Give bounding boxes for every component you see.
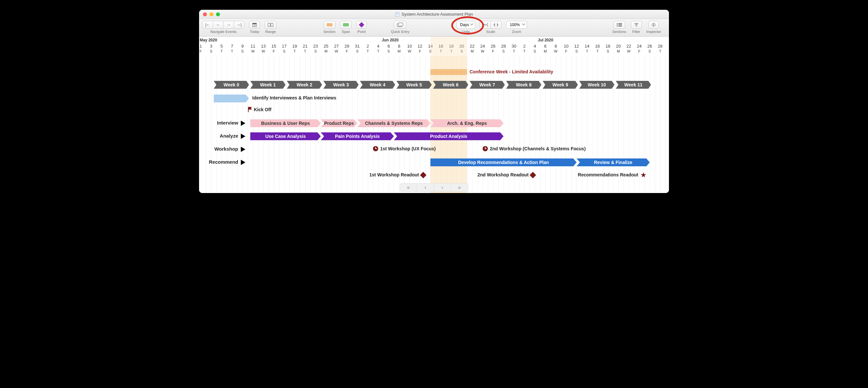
triangle-icon[interactable] (241, 160, 245, 165)
zoom-label: Zoom (512, 30, 521, 34)
range-label: Range (265, 30, 276, 34)
week-bar[interactable]: Week 2 (287, 81, 322, 89)
day-label: 7T (228, 44, 236, 53)
titlebar: System Architecture Assessment Plan (199, 10, 669, 19)
section-swatch-icon (327, 23, 333, 26)
milestone-label: 1st Workshop Readout (369, 172, 419, 177)
clock-icon[interactable] (373, 146, 378, 151)
triangle-icon[interactable] (241, 121, 245, 126)
scale-expand-icon (493, 23, 499, 27)
week-bar[interactable]: Week 3 (323, 81, 359, 89)
analyze-bar[interactable]: Product Analysis (394, 132, 503, 140)
nav-next-button[interactable]: → (223, 21, 234, 29)
scale-label: Scale (486, 30, 495, 34)
flag-icon[interactable] (248, 107, 252, 112)
pager-next-button[interactable]: › (434, 184, 451, 191)
quick-group: Quick Entry (391, 21, 409, 34)
month-label: May 2020 (200, 38, 217, 42)
day-label: 19T (291, 44, 298, 53)
minimize-icon[interactable] (210, 12, 213, 16)
day-label: 10F (563, 44, 570, 53)
day-label: 25M (322, 44, 330, 53)
week-bar[interactable]: Week 6 (433, 81, 468, 89)
row-label: Analyze (199, 133, 238, 138)
units-select[interactable]: Days (457, 21, 475, 29)
day-label: 2T (521, 44, 528, 53)
triangle-icon[interactable] (241, 134, 245, 139)
week-bar[interactable]: Week 7 (470, 81, 505, 89)
day-label: 5T (218, 44, 225, 53)
scale-fit-button[interactable] (480, 21, 491, 29)
day-label: 28T (656, 44, 664, 53)
nav-first-button[interactable]: |← (202, 21, 213, 29)
svg-rect-18 (653, 24, 654, 25)
svg-rect-3 (396, 15, 398, 15)
svg-rect-16 (618, 26, 622, 26)
svg-text:15: 15 (253, 24, 256, 26)
day-label: 13W (260, 44, 267, 53)
analyze-bar[interactable]: Use Case Analysis (250, 132, 321, 140)
recommend-bar[interactable]: Review & Finalize (577, 158, 650, 166)
grid: Conference Week - Limited AvailabilityWe… (199, 56, 669, 193)
identify-bar[interactable] (214, 95, 249, 102)
quick-entry-button[interactable] (394, 21, 406, 29)
milestone-label: Recommendations Readout (578, 172, 638, 177)
point-label: Point (357, 30, 366, 34)
day-label: 10W (406, 44, 413, 53)
timeline-canvas[interactable]: May 2020Jun 2020Jul 2020 1F3S5T7T9S11M13… (199, 36, 669, 193)
star-icon[interactable]: ★ (640, 173, 647, 177)
nav-prev-button[interactable]: ← (213, 21, 223, 29)
workshop-label: 1st Workshop (UX Focus) (380, 146, 436, 151)
day-label: 17S (281, 44, 288, 53)
day-label: 24W (479, 44, 486, 53)
inspector-group: Inspector (646, 21, 661, 34)
week-bar[interactable]: Week 11 (616, 81, 651, 89)
pager-first-button[interactable]: « (400, 184, 417, 191)
pager-prev-button[interactable]: ‹ (417, 184, 434, 191)
day-label: 26F (490, 44, 497, 53)
interview-bar[interactable]: Business & User Reps (250, 119, 321, 127)
scale-expand-button[interactable] (491, 21, 501, 29)
range-icon (268, 23, 274, 27)
analyze-bar[interactable]: Pain Points Analysis (321, 132, 394, 140)
zoom-select[interactable]: 100% (506, 21, 527, 29)
day-label: 9S (239, 44, 246, 53)
span-button[interactable] (340, 21, 352, 29)
app-window: System Architecture Assessment Plan |← ←… (199, 10, 669, 193)
scale-group: Scale (480, 21, 501, 34)
week-bar[interactable]: Week 4 (360, 81, 395, 89)
svg-rect-2 (396, 14, 398, 14)
filter-button[interactable] (631, 21, 642, 29)
month-label: Jun 2020 (382, 38, 398, 42)
traffic-lights (199, 12, 220, 16)
recommend-bar[interactable]: Develop Recommendations & Action Plan (430, 158, 577, 166)
nav-last-button[interactable]: →| (234, 21, 244, 29)
week-bar[interactable]: Week 5 (397, 81, 432, 89)
interview-bar[interactable]: Channels & Systems Reps (357, 119, 430, 127)
week-bar[interactable]: Week 1 (250, 81, 285, 89)
row-label: Workshop (199, 146, 238, 152)
day-label: 24F (636, 44, 643, 53)
interview-bar[interactable]: Arch. & Eng. Reps (430, 119, 503, 127)
inspector-button[interactable] (648, 21, 659, 29)
triangle-icon[interactable] (241, 147, 245, 152)
sections-button[interactable] (614, 21, 625, 29)
conference-bar[interactable] (430, 69, 467, 75)
point-button[interactable] (356, 21, 367, 29)
svg-rect-13 (617, 25, 618, 25)
pager-last-button[interactable]: » (451, 184, 468, 191)
range-button[interactable] (265, 21, 276, 29)
today-button[interactable]: 15 (249, 21, 260, 29)
week-bar[interactable]: Week 9 (542, 81, 578, 89)
day-label: 26S (646, 44, 653, 53)
week-bar[interactable]: Week 8 (506, 81, 541, 89)
interview-bar[interactable]: Product Reps (321, 119, 357, 127)
week-bar[interactable]: Week 0 (214, 81, 249, 89)
close-icon[interactable] (203, 12, 207, 16)
day-label: 16T (594, 44, 601, 53)
section-button[interactable] (324, 21, 336, 29)
clock-icon[interactable] (483, 146, 488, 151)
document-icon (395, 12, 400, 17)
week-bar[interactable]: Week 10 (579, 81, 615, 89)
zoom-icon[interactable] (216, 12, 220, 16)
